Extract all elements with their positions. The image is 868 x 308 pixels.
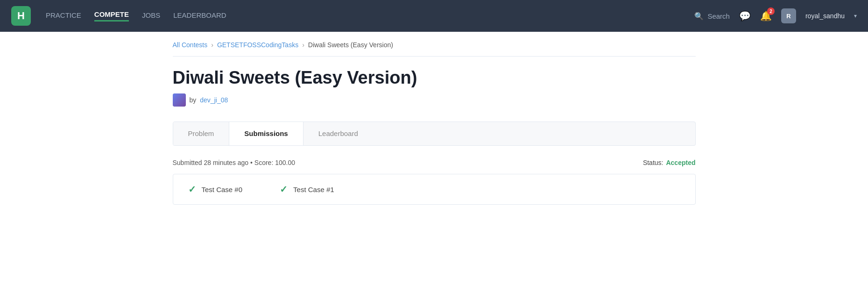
- user-avatar[interactable]: R: [781, 8, 796, 23]
- notifications-icon[interactable]: 🔔 2: [760, 10, 772, 21]
- page-title: Diwali Sweets (Easy Version): [173, 68, 696, 88]
- tab-problem[interactable]: Problem: [173, 122, 230, 145]
- nav-leaderboard[interactable]: LEADERBOARD: [173, 11, 226, 21]
- breadcrumb-problem: Diwali Sweets (Easy Version): [308, 41, 393, 49]
- breadcrumb-contest[interactable]: GETSETFOSSCodingTasks: [217, 41, 298, 49]
- status-value: Accepted: [666, 159, 695, 166]
- search-icon: 🔍: [694, 12, 704, 21]
- notification-badge: 2: [767, 7, 775, 15]
- main-content: All Contests › GETSETFOSSCodingTasks › D…: [154, 32, 714, 205]
- navbar-right: 🔍 Search 💬 🔔 2 R royal_sandhu ▾: [694, 8, 857, 23]
- tab-leaderboard[interactable]: Leaderboard: [303, 122, 373, 145]
- by-text: by: [190, 96, 197, 104]
- username: royal_sandhu: [805, 12, 845, 20]
- chevron-down-icon: ▾: [854, 13, 857, 19]
- author-avatar-image: [173, 93, 186, 107]
- nav-jobs[interactable]: JOBS: [142, 11, 160, 21]
- test-case-1: ✓ Test Case #1: [280, 184, 334, 195]
- breadcrumb-sep-2: ›: [302, 41, 304, 49]
- nav-practice[interactable]: PRACTICE: [46, 11, 81, 21]
- author-row: by dev_ji_08: [173, 93, 696, 107]
- test-case-1-label: Test Case #1: [293, 186, 334, 193]
- search-label: Search: [707, 12, 730, 20]
- tabs-container: Problem Submissions Leaderboard: [173, 122, 696, 146]
- site-logo[interactable]: H: [11, 6, 31, 26]
- breadcrumb: All Contests › GETSETFOSSCodingTasks › D…: [173, 32, 696, 56]
- nav-compete[interactable]: COMPETE: [94, 10, 129, 21]
- breadcrumb-sep-1: ›: [211, 41, 213, 49]
- test-cases-box: ✓ Test Case #0 ✓ Test Case #1: [173, 174, 696, 205]
- test-case-0: ✓ Test Case #0: [188, 184, 243, 195]
- search-box[interactable]: 🔍 Search: [694, 12, 730, 21]
- submission-info: Submitted 28 minutes ago • Score: 100.00…: [173, 159, 696, 166]
- checkmark-1: ✓: [280, 184, 288, 195]
- breadcrumb-all-contests[interactable]: All Contests: [173, 41, 208, 49]
- status-row: Status: Accepted: [643, 159, 696, 166]
- checkmark-0: ✓: [188, 184, 196, 195]
- messages-icon[interactable]: 💬: [739, 10, 751, 21]
- navbar: H PRACTICE COMPETE JOBS LEADERBOARD 🔍 Se…: [0, 0, 868, 32]
- test-case-0-label: Test Case #0: [202, 186, 243, 193]
- author-name[interactable]: dev_ji_08: [200, 96, 228, 104]
- status-label: Status:: [643, 159, 663, 166]
- nav-links: PRACTICE COMPETE JOBS LEADERBOARD: [46, 10, 226, 21]
- author-avatar: [173, 93, 186, 107]
- tab-submissions[interactable]: Submissions: [229, 122, 303, 146]
- submission-meta: Submitted 28 minutes ago • Score: 100.00: [173, 159, 296, 166]
- divider: [173, 56, 696, 57]
